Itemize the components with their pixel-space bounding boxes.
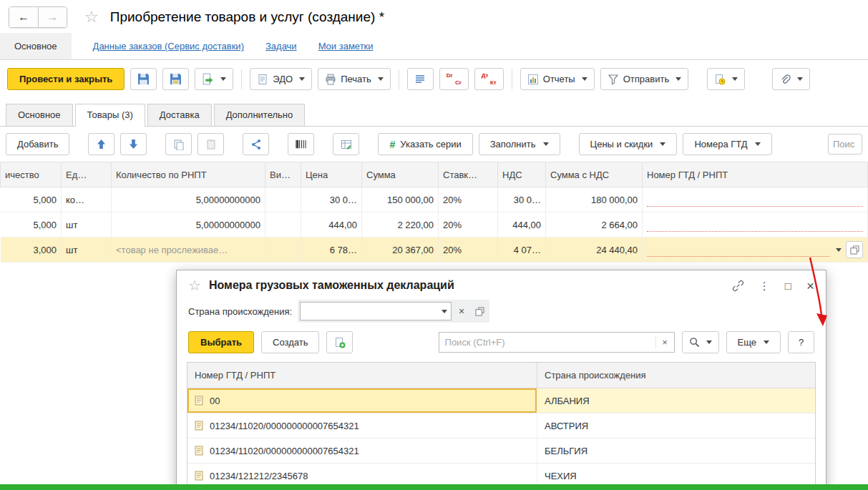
post-button[interactable] [195, 68, 233, 90]
goods-table: ичество Ед… Количество по РНПТ Ви… Цена … [0, 162, 868, 263]
dropdown-caret-icon [676, 77, 681, 81]
gtd-list-header: Номер ГТД / РНПТ Страна происхождения [187, 363, 815, 388]
country-input[interactable] [304, 306, 439, 317]
gtd-list-row-2[interactable]: 01234/11020/000000000007654321 АВСТРИЯ [187, 413, 815, 438]
dropdown-caret-icon [706, 340, 712, 344]
section-link-tasks[interactable]: Задачи [265, 41, 297, 52]
tab-goods[interactable]: Товары (3) [75, 104, 145, 127]
save-icon [137, 73, 150, 85]
country-open-button[interactable] [472, 303, 487, 319]
gtd-dialog-toolbar: Выбрать Создать × Еще ? [177, 328, 826, 361]
arrow-down-icon [129, 139, 138, 150]
send-funnel-icon [608, 74, 619, 85]
add-row-button[interactable]: Добавить [6, 133, 69, 155]
share-rows-button[interactable] [243, 133, 269, 155]
edit-table-icon [341, 139, 352, 150]
gtd-cell[interactable] [643, 237, 868, 263]
register-records-button[interactable] [407, 68, 434, 90]
country-dropdown-button[interactable] [442, 310, 447, 313]
forward-button[interactable]: → [38, 7, 67, 27]
hash-icon: # [389, 139, 395, 150]
gtd-cell[interactable] [643, 187, 868, 212]
print-button[interactable]: Печать [318, 68, 391, 90]
reports-button[interactable]: Отчеты [520, 68, 595, 90]
tab-delivery[interactable]: Доставка [147, 104, 212, 126]
section-link-orders[interactable]: Данные заказов (Сервис доставки) [93, 41, 244, 52]
section-link-notes[interactable]: Мои заметки [318, 41, 374, 52]
col-country: Страна происхождения [537, 363, 815, 388]
attachments-button[interactable] [772, 68, 810, 90]
paste-row-button[interactable] [198, 133, 224, 155]
page-title: Приобретение товаров и услуг (создание) … [110, 9, 384, 25]
tab-additional[interactable]: Дополнительно [214, 104, 306, 126]
goods-row-1[interactable]: 5,000 ко… 5,00000000000 30 0… 150 000,00… [1, 187, 868, 212]
move-up-button[interactable] [88, 133, 114, 155]
paste-icon [205, 139, 217, 150]
gtd-search-input[interactable] [439, 337, 655, 348]
back-icon: ← [18, 11, 29, 24]
drcr-button[interactable]: DrCr [439, 68, 469, 90]
send-button[interactable]: Отправить [600, 68, 688, 90]
dropdown-caret-icon [764, 340, 769, 344]
save-register-button[interactable] [162, 68, 189, 90]
gtd-list-row-3[interactable]: 01234/11020/000000000007654321 БЕЛЬГИЯ [187, 438, 815, 464]
required-field-underline [647, 192, 863, 207]
bar-chart-icon [527, 74, 539, 85]
forward-icon: → [47, 11, 59, 24]
link-icon[interactable] [732, 280, 744, 292]
section-tabs: Основное Данные заказов (Сервис доставки… [0, 33, 868, 60]
close-icon[interactable]: × [806, 279, 814, 293]
dropdown-caret-icon [660, 142, 665, 146]
select-button[interactable]: Выбрать [188, 331, 254, 353]
dropdown-caret-icon [732, 77, 738, 81]
section-tab-main[interactable]: Основное [0, 33, 72, 59]
copy-row-button[interactable] [165, 133, 192, 155]
prices-discounts-button[interactable]: Цены и скидки [579, 133, 678, 155]
specify-series-button[interactable]: # Указать серии [378, 133, 472, 155]
edit-table-button[interactable] [333, 133, 359, 155]
more-button[interactable]: Еще [726, 331, 781, 353]
gtd-item-icon [195, 396, 203, 406]
edo-button[interactable]: ЭДО [250, 68, 312, 90]
search-clear-icon[interactable]: × [655, 337, 674, 348]
dropdown-caret-icon [220, 77, 226, 81]
col-total: Сумма с НДС [546, 162, 643, 187]
post-and-close-button[interactable]: Провести и закрыть [7, 68, 125, 90]
tab-main[interactable]: Основное [6, 104, 73, 126]
printer-icon [325, 74, 336, 85]
create-group-button[interactable] [326, 331, 353, 353]
taskbar-strip [0, 484, 868, 490]
dropdown-caret-icon [582, 77, 587, 81]
gtd-cell-dropdown-button[interactable] [836, 248, 842, 252]
help-button[interactable]: ? [788, 331, 814, 353]
col-vat-rate: Ставк… [439, 162, 498, 187]
command-bar: Провести и закрыть ЭДО Печать DrCr ДтКт … [0, 60, 868, 98]
create-button[interactable]: Создать [261, 331, 319, 353]
maximize-icon[interactable]: □ [785, 280, 791, 291]
country-clear-button[interactable]: × [454, 303, 469, 319]
gtd-list-row-1[interactable]: 00 АЛБАНИЯ [187, 388, 815, 413]
goods-row-2[interactable]: 5,000 шт 5,00000000000 444,00 2 220,00 2… [1, 212, 868, 237]
barcode-scan-button[interactable] [288, 133, 314, 155]
move-down-button[interactable] [120, 133, 147, 155]
col-gtd-number: Номер ГТД / РНПТ [643, 162, 868, 187]
col-sum: Сумма [362, 162, 439, 187]
dropdown-caret-icon [299, 77, 305, 81]
back-button[interactable]: ← [9, 7, 38, 27]
gtd-cell[interactable] [643, 212, 868, 237]
advanced-search-button[interactable] [682, 331, 719, 353]
gtd-dialog-titlebar: ☆ Номера грузовых таможенных деклараций … [177, 270, 826, 298]
favorite-star-icon[interactable]: ☆ [84, 9, 99, 25]
menu-dots-icon[interactable]: ⋮ [759, 280, 770, 291]
dropdown-caret-icon [543, 142, 549, 146]
gtd-numbers-button[interactable]: Номера ГТД [683, 133, 771, 155]
copy-icon [173, 139, 185, 150]
create-based-on-button[interactable] [707, 68, 745, 90]
goods-row-3[interactable]: 3,000 шт <товар не прослеживае… 6 78… 20… [1, 237, 868, 263]
gtd-cell-open-button[interactable] [846, 241, 863, 258]
items-search-input[interactable] [828, 134, 862, 155]
fill-button[interactable]: Заполнить [479, 133, 560, 155]
dtkt-button[interactable]: ДтКт [474, 68, 504, 90]
save-button[interactable] [130, 68, 157, 90]
dialog-favorite-star-icon[interactable]: ☆ [188, 278, 201, 293]
